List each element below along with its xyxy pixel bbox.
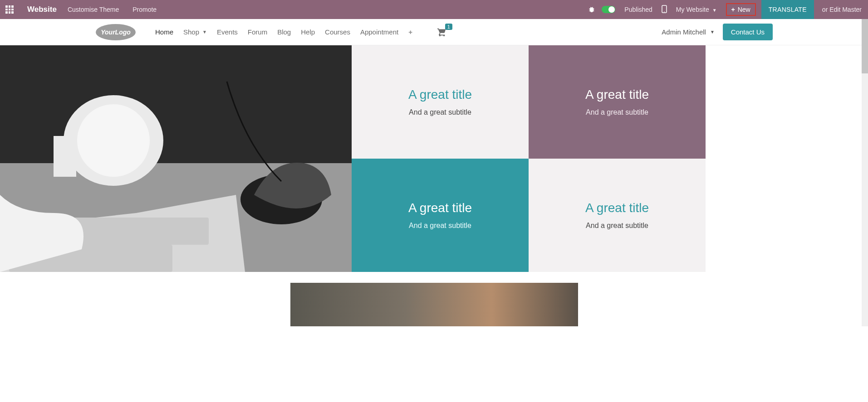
hero-image xyxy=(0,45,352,272)
feature-tile-4: A great title And a great subtitle xyxy=(529,159,706,272)
tile-subtitle: And a great subtitle xyxy=(586,108,648,116)
user-name: Admin Mitchell xyxy=(662,28,706,36)
new-label: New xyxy=(738,6,750,13)
bug-icon[interactable] xyxy=(588,6,595,13)
svg-rect-7 xyxy=(73,218,209,245)
tile-subtitle: And a great subtitle xyxy=(586,222,648,230)
feature-tile-3: A great title And a great subtitle xyxy=(352,159,529,272)
user-menu[interactable]: Admin Mitchell ▼ xyxy=(662,28,714,36)
nav-courses[interactable]: Courses xyxy=(325,28,350,36)
svg-text:YourLogo: YourLogo xyxy=(101,29,131,36)
nav-help[interactable]: Help xyxy=(301,28,315,36)
contact-us-button[interactable]: Contact Us xyxy=(723,24,773,40)
nav-blog[interactable]: Blog xyxy=(277,28,291,36)
customise-theme-link[interactable]: Customise Theme xyxy=(65,6,122,13)
tile-title: A great title xyxy=(408,87,472,102)
website-top-bar: Website Customise Theme Promote Publishe… xyxy=(0,0,868,19)
tile-subtitle: And a great subtitle xyxy=(409,108,471,116)
hero-grid: A great title And a great subtitle A gre… xyxy=(0,45,706,272)
feature-tile-1: A great title And a great subtitle xyxy=(352,45,529,159)
my-website-label: My Website xyxy=(676,6,709,13)
tile-title: A great title xyxy=(585,201,649,215)
cart-button[interactable]: 1 xyxy=(437,27,447,37)
plus-icon: + xyxy=(731,6,735,13)
mobile-preview-icon[interactable] xyxy=(662,5,667,15)
add-page-icon[interactable]: + xyxy=(408,28,412,36)
promote-link[interactable]: Promote xyxy=(130,6,159,13)
svg-point-10 xyxy=(77,104,150,177)
chevron-down-icon: ▼ xyxy=(710,29,715,34)
translate-button[interactable]: TRANSLATE xyxy=(761,0,814,19)
nav-shop-label: Shop xyxy=(183,28,199,36)
chevron-down-icon: ▼ xyxy=(202,29,207,34)
site-header: YourLogo Home Shop ▼ Events Forum Blog H… xyxy=(0,19,868,45)
apps-grid-icon[interactable] xyxy=(5,5,14,14)
nav-home[interactable]: Home xyxy=(155,28,173,36)
my-website-dropdown[interactable]: My Website ▼ xyxy=(673,6,720,13)
published-toggle[interactable] xyxy=(602,6,615,13)
chevron-down-icon: ▼ xyxy=(712,8,717,13)
feature-tile-2: A great title And a great subtitle xyxy=(529,45,706,159)
tile-title: A great title xyxy=(408,201,472,215)
scrollbar-thumb[interactable] xyxy=(862,19,868,73)
nav-shop[interactable]: Shop ▼ xyxy=(183,28,207,36)
tile-title: A great title xyxy=(585,87,649,102)
cart-count-badge: 1 xyxy=(445,24,452,30)
vertical-scrollbar[interactable] xyxy=(862,19,868,326)
new-page-button[interactable]: + New xyxy=(726,3,756,16)
tile-subtitle: And a great subtitle xyxy=(409,222,471,230)
site-logo[interactable]: YourLogo xyxy=(95,23,136,41)
edit-master-link[interactable]: or Edit Master xyxy=(819,6,864,13)
nav-appointment[interactable]: Appointment xyxy=(360,28,398,36)
nav-forum[interactable]: Forum xyxy=(248,28,267,36)
bottom-section xyxy=(0,272,868,326)
nav-events[interactable]: Events xyxy=(217,28,238,36)
svg-rect-11 xyxy=(54,136,76,177)
svg-point-1 xyxy=(664,11,665,12)
secondary-image xyxy=(290,283,578,326)
main-nav: Home Shop ▼ Events Forum Blog Help Cours… xyxy=(155,28,412,36)
published-label[interactable]: Published xyxy=(622,6,655,13)
app-brand[interactable]: Website xyxy=(27,5,57,14)
